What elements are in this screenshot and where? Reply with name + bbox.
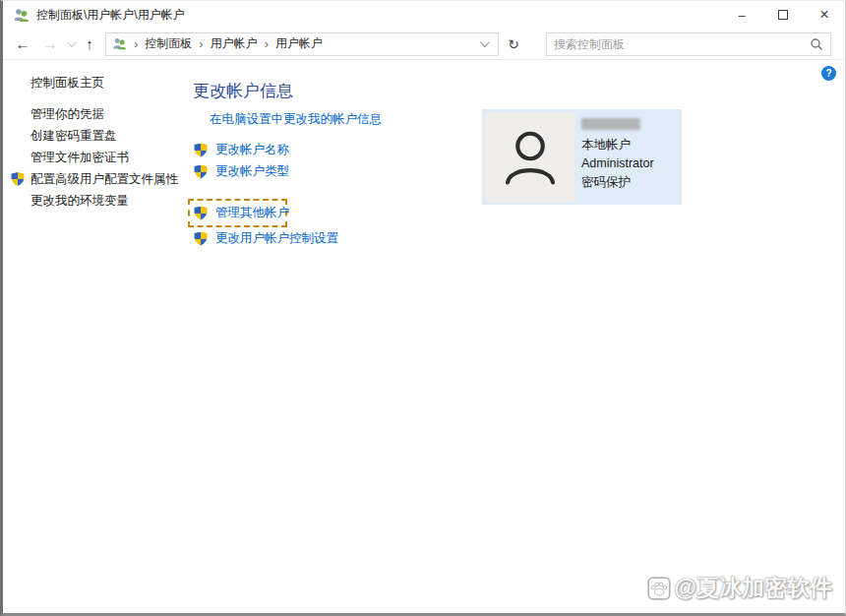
link-label: 更改帐户类型 bbox=[215, 163, 289, 180]
forward-button[interactable]: → bbox=[38, 32, 62, 56]
account-info: 本地帐户 Administrator 密码保护 bbox=[581, 116, 654, 192]
link-change-uac-settings[interactable]: 更改用户帐户控制设置 bbox=[194, 230, 338, 247]
person-silhouette-icon bbox=[494, 121, 567, 194]
breadcrumb-separator-icon: › bbox=[192, 36, 210, 51]
account-protection-label: 密码保护 bbox=[581, 173, 654, 192]
uac-shield-icon bbox=[194, 232, 208, 246]
window-title: 控制面板\用户帐户\用户帐户 bbox=[36, 7, 185, 24]
sidebar-item-label: 创建密码重置盘 bbox=[30, 129, 117, 143]
account-avatar bbox=[485, 112, 574, 202]
sidebar-item-manage-file-encryption-certificates[interactable]: 管理文件加密证书 bbox=[3, 147, 182, 168]
uac-shield-icon bbox=[11, 172, 25, 186]
up-button[interactable]: ↑ bbox=[78, 32, 101, 56]
link-label: 更改帐户名称 bbox=[215, 142, 289, 158]
sidebar-item-label: 管理文件加密证书 bbox=[30, 151, 129, 164]
search-box[interactable] bbox=[546, 32, 831, 56]
address-dropdown-button[interactable] bbox=[474, 40, 492, 47]
search-input[interactable] bbox=[554, 37, 810, 51]
breadcrumb-separator-icon: › bbox=[127, 36, 145, 51]
sidebar-task-list: 管理你的凭据 创建密码重置盘 管理文件加密证书 配置高级用户配置文件属性 更改我… bbox=[3, 103, 182, 212]
sidebar-item-change-environment-variables[interactable]: 更改我的环境变量 bbox=[3, 190, 182, 212]
breadcrumb-user-accounts[interactable]: 用户帐户 bbox=[211, 35, 258, 52]
sidebar-item-create-password-reset-disk[interactable]: 创建密码重置盘 bbox=[3, 125, 182, 147]
link-change-account-type[interactable]: 更改帐户类型 bbox=[194, 163, 289, 180]
uac-shield-icon bbox=[194, 207, 208, 220]
chevron-down-icon bbox=[66, 37, 76, 47]
sidebar-item-configure-advanced-user-profile[interactable]: 配置高级用户配置文件属性 bbox=[3, 168, 182, 190]
close-button[interactable]: × bbox=[804, 1, 845, 29]
address-bar[interactable]: › 控制面板 › 用户帐户 › 用户帐户 bbox=[105, 32, 499, 56]
account-name-label: Administrator bbox=[581, 154, 654, 173]
breadcrumb-control-panel[interactable]: 控制面板 bbox=[145, 35, 192, 52]
navigation-bar: ← → ↑ › 控制面板 › 用户帐户 › 用户帐户 ↻ bbox=[3, 29, 845, 60]
link-change-account-name[interactable]: 更改帐户名称 bbox=[194, 142, 289, 158]
back-button[interactable]: ← bbox=[11, 32, 34, 56]
minimize-button[interactable]: – bbox=[721, 1, 762, 29]
link-label: 管理其他帐户 bbox=[215, 205, 289, 221]
breadcrumb-separator-icon: › bbox=[258, 36, 275, 51]
current-account-tile: 本地帐户 Administrator 密码保护 bbox=[482, 109, 682, 205]
chevron-down-icon bbox=[479, 37, 489, 47]
link-label: 更改用户帐户控制设置 bbox=[215, 230, 338, 247]
uac-shield-icon bbox=[194, 144, 208, 157]
maximize-button[interactable] bbox=[762, 1, 804, 29]
sidebar-item-label: 配置高级用户配置文件属性 bbox=[30, 172, 178, 186]
sidebar-item-control-panel-home[interactable]: 控制面板主页 bbox=[30, 75, 104, 92]
account-type-label: 本地帐户 bbox=[581, 136, 654, 154]
account-username-redacted bbox=[581, 118, 640, 130]
sidebar-item-label: 管理你的凭据 bbox=[30, 107, 104, 121]
breadcrumb-user-accounts-2[interactable]: 用户帐户 bbox=[275, 35, 323, 52]
refresh-button[interactable]: ↻ bbox=[499, 32, 528, 56]
title-bar: 控制面板\用户帐户\用户帐户 – × bbox=[3, 1, 845, 29]
sidebar-item-label: 更改我的环境变量 bbox=[30, 194, 129, 208]
control-panel-window: 控制面板\用户帐户\用户帐户 – × ← → ↑ › 控制面板 › 用户帐户 ›… bbox=[0, 0, 846, 616]
link-change-account-info-in-pc-settings[interactable]: 在电脑设置中更改我的帐户信息 bbox=[210, 111, 382, 128]
uac-shield-icon bbox=[194, 165, 208, 179]
window-controls: – × bbox=[721, 1, 845, 29]
user-accounts-icon bbox=[112, 36, 127, 51]
maximize-icon bbox=[778, 10, 788, 20]
page-title: 更改帐户信息 bbox=[193, 80, 293, 102]
user-accounts-icon bbox=[13, 7, 30, 24]
help-button[interactable]: ? bbox=[821, 66, 836, 81]
sidebar-item-manage-credentials[interactable]: 管理你的凭据 bbox=[3, 103, 182, 125]
history-dropdown-button[interactable] bbox=[62, 32, 78, 56]
search-icon[interactable] bbox=[810, 37, 823, 51]
link-manage-other-accounts-highlighted[interactable]: 管理其他帐户 bbox=[188, 199, 287, 227]
content-area: 控制面板主页 管理你的凭据 创建密码重置盘 管理文件加密证书 配置高级用户配置文… bbox=[3, 61, 845, 613]
